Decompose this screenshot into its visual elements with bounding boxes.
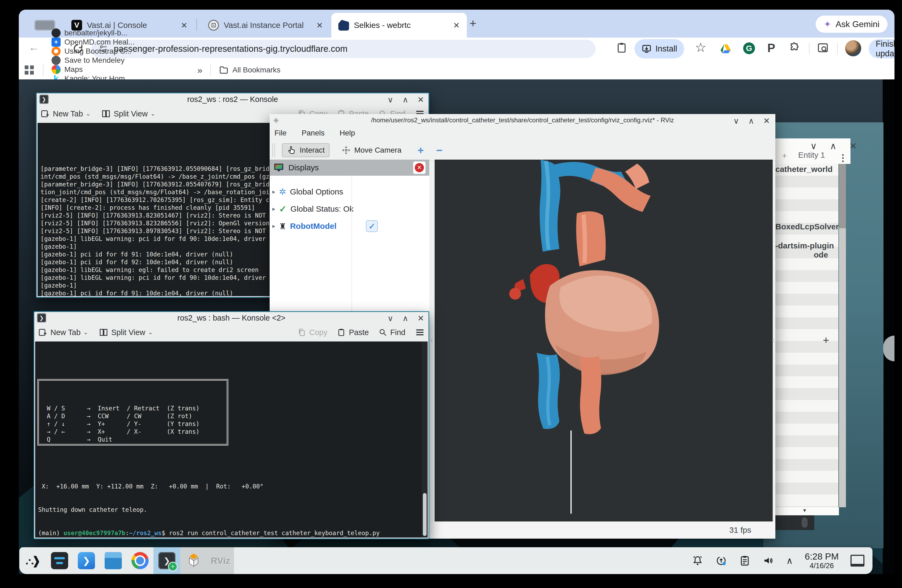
konsole2-terminal[interactable]: W / S → Insert / Retract (Z trans) A / D… — [35, 341, 428, 538]
split-view-button[interactable]: Split View — [99, 328, 146, 337]
close-icon[interactable]: ✕ — [763, 116, 770, 125]
expand-arrow-icon[interactable]: ▸ — [272, 223, 275, 230]
split-view-chevron-icon[interactable]: ⌄ — [150, 110, 155, 117]
new-tab-chevron-icon[interactable]: ⌄ — [86, 110, 91, 117]
show-desktop-button[interactable] — [850, 555, 864, 566]
bookmark-item[interactable]: Using Bootstrap C... — [52, 47, 135, 56]
tree-item-robotmodel[interactable]: ▸ ♜ RobotModel ✓ — [269, 217, 429, 235]
new-tab-button[interactable]: + — [470, 17, 476, 30]
file-manager-button[interactable] — [100, 547, 127, 574]
minimize-icon[interactable]: ∨ — [733, 116, 739, 125]
volume-icon[interactable] — [763, 555, 774, 566]
maximize-icon[interactable]: ∧ — [402, 95, 408, 104]
clock[interactable]: 6:28 PM 4/16/26 — [805, 551, 839, 570]
maximize-icon[interactable]: ∧ — [748, 116, 754, 125]
window-controls[interactable]: ∨ ∧ ✕ — [387, 314, 424, 323]
bookmark-item[interactable]: Maps — [52, 65, 135, 74]
tab-close-icon[interactable]: ✕ — [453, 21, 460, 30]
split-view-chevron-icon[interactable]: ⌄ — [148, 329, 153, 336]
copy-button[interactable]: Copy — [298, 328, 327, 337]
tab-vast-portal[interactable]: ⊡ Vast.ai Instance Portal ✕ — [201, 13, 330, 38]
close-icon[interactable]: ✕ — [418, 314, 424, 323]
maximize-icon[interactable]: ∧ — [830, 141, 836, 151]
minimize-icon[interactable]: ∨ — [387, 314, 393, 323]
rviz-titlebar[interactable]: ◈ /home/user/ros2_ws/install/control_cat… — [269, 114, 775, 126]
collapse-left-panel-icon[interactable]: ‹ — [430, 335, 433, 345]
tray-expand-icon[interactable]: ∧ — [786, 555, 793, 566]
menu-help[interactable]: Help — [340, 129, 355, 138]
toolbar-handle[interactable] — [272, 143, 275, 157]
mini-scroll-thumb[interactable] — [802, 518, 808, 528]
apps-grid-icon[interactable] — [25, 66, 34, 75]
robotmodel-checkbox[interactable]: ✓ — [366, 220, 378, 232]
entity-add-button[interactable]: + — [823, 334, 829, 346]
interact-tool-button[interactable]: Interact — [282, 143, 329, 157]
new-tab-button[interactable]: New Tab — [38, 328, 80, 337]
displays-panel-header[interactable]: Displays ✕ — [269, 160, 429, 176]
finish-update-button[interactable]: Finish update ⋮ — [869, 39, 894, 58]
minimize-icon[interactable]: ∨ — [810, 141, 817, 151]
discover-button[interactable]: ❯ — [73, 547, 100, 574]
window-controls[interactable]: ∨ ∧ ✕ — [387, 95, 424, 104]
minimize-icon[interactable]: ∨ — [387, 95, 393, 104]
zoom-in-button[interactable]: + — [418, 144, 424, 156]
ask-gemini-button[interactable]: ✦ Ask Gemini — [816, 16, 888, 33]
bookmark-item[interactable]: benbalter/jekyll-b... — [52, 28, 135, 38]
entity-add-icon[interactable]: + — [782, 151, 787, 160]
maximize-icon[interactable]: ∧ — [402, 314, 408, 323]
window-controls[interactable]: ∨ ∧ ✕ — [733, 116, 770, 125]
clipboard-tray-icon[interactable] — [739, 555, 751, 566]
new-tab-button[interactable]: New Tab — [41, 109, 83, 118]
rviz-3d-viewport[interactable] — [435, 160, 773, 521]
move-camera-tool-button[interactable]: Move Camera — [337, 143, 406, 157]
chrome-button[interactable] — [127, 547, 153, 574]
konsole1-titlebar[interactable]: ❯ ros2_ws : ros2 — Konsole ∨ ∧ ✕ — [37, 93, 429, 105]
bookmarks-overflow-icon[interactable]: » — [197, 65, 202, 75]
bookmark-item[interactable]: Save to Mendeley — [52, 56, 135, 65]
entity-row-world[interactable]: catheter_world — [775, 165, 833, 174]
gazebo-window-controls[interactable]: ∨ ∧ ✕ — [810, 141, 857, 151]
konsole2-titlebar[interactable]: ❯ ros2_ws : bash — Konsole <2> ∨ ∧ ✕ — [34, 312, 429, 324]
hamburger-menu-icon[interactable] — [415, 328, 425, 337]
tab-close-icon[interactable]: ✕ — [316, 21, 323, 30]
app-launcher-button[interactable]: ⸫❯ — [19, 547, 46, 574]
expand-arrow-icon[interactable]: ▸ — [272, 188, 275, 195]
drive-extension-icon[interactable] — [720, 43, 731, 55]
close-icon[interactable]: ✕ — [849, 141, 857, 151]
updates-icon[interactable] — [715, 555, 727, 566]
extensions-puzzle-icon[interactable] — [788, 42, 800, 54]
grammarly-extension-icon[interactable]: G — [743, 42, 755, 54]
entity-row-solver[interactable]: BoxedLcpSolver — [775, 222, 839, 231]
task-gazebo[interactable] — [180, 547, 207, 574]
tab-selkies-active[interactable]: s Selkies - webrtc ✕ — [331, 13, 467, 38]
bookmark-star-icon[interactable]: ☆ — [695, 40, 706, 55]
profile-avatar[interactable] — [845, 40, 861, 56]
collapse-right-panel-icon[interactable]: ‹ — [772, 335, 775, 345]
panel-menu-icon[interactable]: ⋮ — [838, 152, 847, 163]
find-button[interactable]: Find — [379, 328, 406, 337]
entity-row-plugin[interactable]: -dartsim-plugin — [775, 241, 834, 250]
task-rviz[interactable]: RViz — [207, 547, 234, 574]
url-bar[interactable]: passenger-profession-representations-gig… — [91, 40, 596, 58]
scroll-down-icon[interactable]: ▼ — [802, 508, 807, 513]
terminal-scrollbar-thumb[interactable] — [423, 493, 427, 536]
notifications-bell-icon[interactable] — [692, 555, 703, 566]
gazebo-scrollbar-thumb[interactable] — [839, 164, 846, 228]
entity-row-ode[interactable]: ode — [814, 250, 828, 260]
bookmark-item[interactable]: + OpenMD.com Heal... — [52, 38, 135, 47]
install-button[interactable]: Install — [634, 39, 684, 58]
clipboard-icon[interactable] — [616, 42, 628, 54]
new-tab-chevron-icon[interactable]: ⌄ — [83, 329, 88, 336]
displays-close-button[interactable]: ✕ — [413, 161, 426, 174]
system-settings-button[interactable] — [46, 547, 73, 574]
tree-item-global-options[interactable]: ▸ ✲ Global Options — [269, 183, 429, 200]
expand-arrow-icon[interactable]: ▸ — [272, 205, 275, 213]
menu-panels[interactable]: Panels — [302, 129, 325, 138]
reading-mode-icon[interactable] — [817, 42, 829, 54]
tree-item-global-status[interactable]: ▸ ✓ Global Status: Ok — [269, 200, 429, 217]
back-icon[interactable]: ← — [28, 41, 39, 53]
task-konsole[interactable]: ❯+ — [153, 547, 180, 574]
paste-button[interactable]: Paste — [337, 328, 369, 337]
p-extension-icon[interactable]: P — [767, 41, 775, 55]
zoom-out-button[interactable]: − — [436, 144, 442, 156]
